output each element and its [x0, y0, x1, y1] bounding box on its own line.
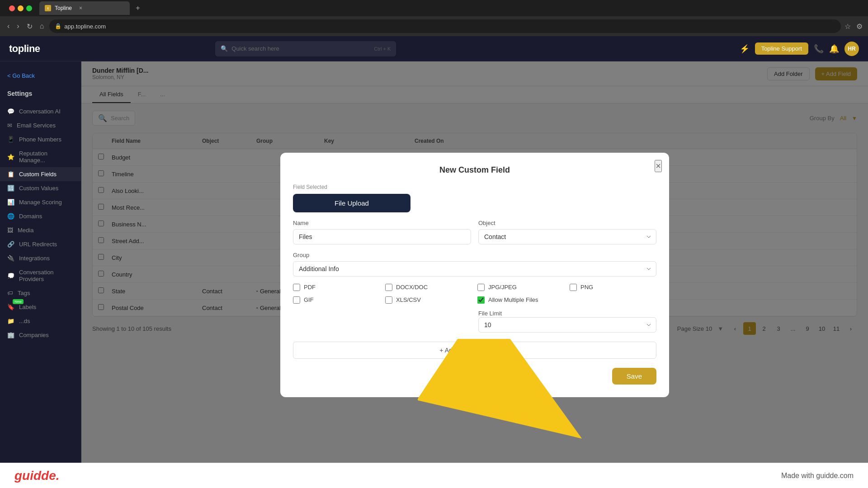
browser-tabs: t Topline × + — [0, 0, 868, 16]
sidebar-icon: 🏢 — [7, 332, 14, 338]
browser-dots — [4, 5, 38, 11]
sidebar-icon: ✉ — [7, 122, 12, 129]
gif-checkbox[interactable] — [293, 296, 300, 304]
phone-icon[interactable]: 📞 — [814, 44, 824, 54]
modal-title: New Custom Field — [293, 165, 656, 175]
sidebar-icon: 💬 — [7, 108, 14, 115]
search-placeholder: Quick search here — [231, 45, 279, 52]
close-dot[interactable] — [9, 5, 15, 11]
header-search[interactable]: 🔍 Quick search here Ctrl + K — [215, 41, 396, 56]
sidebar-item-custom-fields[interactable]: 📋Custom Fields — [0, 167, 81, 181]
sidebar-icon: 📱 — [7, 136, 14, 143]
pdf-label: PDF — [304, 284, 316, 291]
app-layout: topline 🔍 Quick search here Ctrl + K ⚡ T… — [0, 36, 868, 488]
sidebar-item-phone[interactable]: 📱Phone Numbers — [0, 132, 81, 146]
sidebar-icon: 📋 — [7, 171, 14, 178]
checkbox-gif: GIF — [293, 296, 380, 304]
active-tab[interactable]: t Topline × — [39, 1, 130, 15]
new-custom-field-modal: New Custom Field × Field Selected File U… — [280, 153, 669, 397]
minimize-dot[interactable] — [18, 5, 24, 11]
form-group-name: Name — [293, 220, 471, 244]
object-label: Object — [478, 220, 656, 226]
sidebar-item-labels[interactable]: 🔖 New Labels — [0, 300, 81, 314]
sidebar-icon: 📁 — [7, 318, 14, 324]
group-select[interactable]: Additional Info — [293, 261, 656, 277]
checkbox-png: PNG — [570, 284, 656, 291]
nav-icons: ☆ ⚙ — [844, 22, 863, 31]
checkbox-docx: DOCX/DOC — [385, 284, 472, 291]
sidebar-item-integrations[interactable]: 🔌Integrations — [0, 251, 81, 265]
sidebar-icon: 🔗 — [7, 241, 14, 248]
new-tab-button[interactable]: + — [132, 2, 144, 14]
browser-nav: ‹ › ↻ ⌂ 🔒 app.topline.com ☆ ⚙ — [0, 16, 868, 36]
sidebar-item-url-redirects[interactable]: 🔗URL Redirects — [0, 237, 81, 251]
bookmark-icon[interactable]: ☆ — [844, 22, 851, 31]
name-input[interactable] — [293, 229, 471, 244]
allow-multiple-checkbox[interactable] — [477, 296, 485, 304]
address-bar[interactable]: 🔒 app.topline.com — [49, 19, 841, 33]
sidebar-item-companies[interactable]: 🏢Companies — [0, 328, 81, 342]
docx-label: DOCX/DOC — [396, 284, 428, 291]
sidebar-icon: ⭐ — [7, 154, 14, 160]
form-group-group: Group Additional Info — [293, 252, 656, 277]
search-shortcut: Ctrl + K — [374, 46, 391, 52]
sidebar-item-conversation-providers[interactable]: 💭Conversation Providers — [0, 265, 81, 286]
sidebar-item-email[interactable]: ✉Email Services — [0, 118, 81, 132]
sidebar-item-domains[interactable]: 🌐Domains — [0, 209, 81, 223]
app-logo: topline — [9, 43, 40, 55]
modal-close-button[interactable]: × — [655, 160, 662, 172]
go-back-link[interactable]: < Go Back — [0, 69, 81, 83]
docx-checkbox[interactable] — [385, 284, 392, 291]
guidde-footer: guidde. Made with guidde.com — [0, 463, 868, 488]
pdf-checkbox[interactable] — [293, 284, 300, 291]
png-checkbox[interactable] — [570, 284, 577, 291]
bell-icon[interactable]: 🔔 — [829, 44, 839, 54]
reload-button[interactable]: ↻ — [25, 20, 34, 33]
browser-chrome: t Topline × + ‹ › ↻ ⌂ 🔒 app.topline.com … — [0, 0, 868, 36]
file-upload-button[interactable]: File Upload — [293, 194, 410, 212]
sidebar-item-tags[interactable]: 🏷Tags — [0, 286, 81, 300]
xls-checkbox[interactable] — [385, 296, 392, 304]
sidebar-item-custom-values[interactable]: 🔢Custom Values — [0, 181, 81, 195]
sidebar-item-conversation-ai[interactable]: 💬Conversation AI — [0, 104, 81, 118]
sidebar-section-title: Settings — [0, 86, 81, 101]
back-button[interactable]: ‹ — [5, 20, 11, 32]
sidebar-icon: 🏷 — [7, 290, 13, 296]
checkbox-jpg: JPG/JPEG — [477, 284, 564, 291]
file-limit-label: File Limit — [478, 310, 502, 317]
app-header: topline 🔍 Quick search here Ctrl + K ⚡ T… — [0, 36, 868, 61]
home-button[interactable]: ⌂ — [38, 20, 46, 32]
modal-overlay: New Custom Field × Field Selected File U… — [81, 61, 868, 488]
allow-multiple-label: Allow Multiple Files — [488, 296, 538, 303]
search-icon: 🔍 — [221, 45, 228, 52]
jpg-checkbox[interactable] — [477, 284, 485, 291]
maximize-dot[interactable] — [26, 5, 32, 11]
sidebar-item-manage-scoring[interactable]: 📊Manage Scoring — [0, 195, 81, 209]
sidebar-item-reputation[interactable]: ⭐Reputation Manage... — [0, 146, 81, 167]
extensions-icon[interactable]: ⚙ — [856, 22, 863, 31]
sidebar-item-ds[interactable]: 📁...ds — [0, 314, 81, 328]
tab-title: Topline — [55, 5, 72, 11]
sidebar-icon: 💭 — [7, 272, 14, 279]
guidde-tagline: Made with guidde.com — [781, 472, 854, 480]
save-button[interactable]: Save — [612, 368, 656, 385]
group-label: Group — [293, 252, 656, 258]
file-limit-select[interactable]: 10 — [478, 317, 656, 333]
support-button[interactable]: Topline Support — [755, 42, 808, 55]
checkbox-pdf: PDF — [293, 284, 380, 291]
form-group-object: Object Contact — [478, 220, 656, 244]
jpg-label: JPG/JPEG — [488, 284, 517, 291]
tab-close-icon[interactable]: × — [79, 5, 82, 11]
forward-button[interactable]: › — [15, 20, 21, 32]
checkbox-xls: XLS/CSV — [385, 296, 472, 304]
url-text: app.topline.com — [64, 23, 106, 30]
sidebar-item-media[interactable]: 🖼Media — [0, 223, 81, 237]
additional-preferences-button[interactable]: + Additional preference... — [293, 342, 656, 359]
file-limit-row: File Limit 10 — [293, 309, 656, 333]
object-select[interactable]: Contact — [478, 229, 656, 244]
avatar[interactable]: HR — [844, 42, 859, 56]
sidebar: < Go Back Settings 💬Conversation AI ✉Ema… — [0, 61, 81, 488]
name-label: Name — [293, 220, 471, 226]
guidde-logo: guidde. — [14, 469, 60, 483]
sidebar-icon: 🌐 — [7, 213, 14, 220]
